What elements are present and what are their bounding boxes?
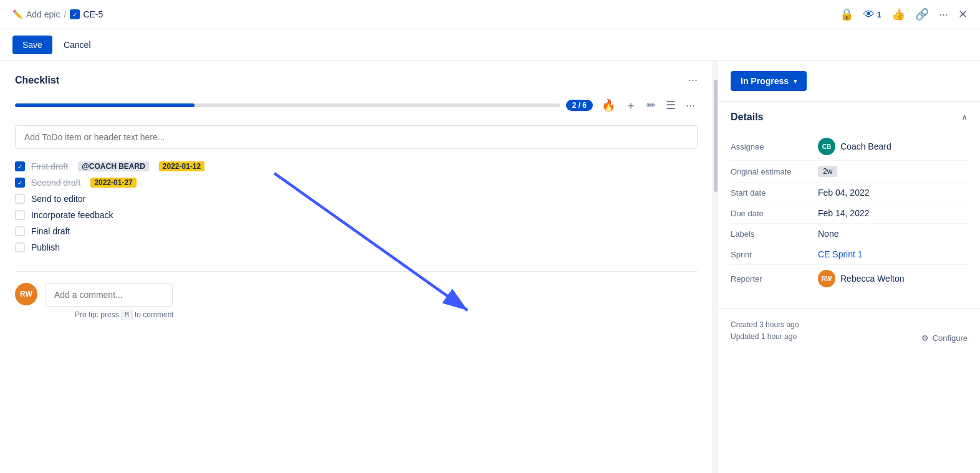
checkbox-2[interactable]: ✓	[15, 178, 25, 188]
details-section: Details ∧ Assignee CB Coach Beard Origin…	[718, 101, 980, 302]
item-text-6: Publish	[31, 242, 60, 252]
checklist-item: ✓ Second draft 2022-01-27	[15, 178, 698, 188]
right-panel: In Progress ▾ Details ∧ Assignee CB Coac…	[718, 61, 980, 473]
save-button[interactable]: Save	[12, 36, 52, 54]
meta-times: Created 3 hours ago Updated 1 hour ago	[731, 319, 799, 343]
comment-input[interactable]	[45, 283, 173, 307]
top-bar-actions: 🔒 👁 1 👍 🔗 ··· ✕	[840, 7, 968, 21]
top-bar: ✏️ Add epic / ✓ CE-5 🔒 👁 1 👍 🔗 ··· ✕	[0, 0, 980, 29]
ticket-id-breadcrumb[interactable]: ✓ CE-5	[70, 9, 103, 19]
checklist-items: ✓ First draft @COACH BEARD 2022-01-12	[15, 161, 698, 252]
assignee-name: Coach Beard	[840, 141, 891, 151]
details-title: Details	[731, 112, 763, 123]
progress-bar-fill	[15, 103, 195, 107]
add-item-button[interactable]: ＋	[623, 95, 639, 115]
close-button[interactable]: ✕	[958, 7, 968, 21]
assignee-avatar: CB	[818, 138, 835, 155]
emoji-button[interactable]: 🔥	[599, 96, 618, 115]
pro-tip: Pro tip: press M to comment	[75, 310, 698, 319]
configure-button[interactable]: ⚙ Configure	[921, 333, 968, 343]
checklist-header: Checklist ···	[15, 74, 698, 87]
checkbox-6[interactable]	[15, 242, 25, 252]
estimate-label: Original estimate	[731, 167, 818, 176]
comment-area: RW Pro tip: press M to comment	[15, 271, 698, 319]
item-text-3: Send to editor	[31, 194, 85, 204]
labels-label: Labels	[731, 229, 818, 239]
sprint-label: Sprint	[731, 250, 818, 259]
pro-tip-key: M	[121, 310, 133, 320]
reporter-name: Rebecca Welton	[840, 274, 904, 284]
checklist-item: ✓ First draft @COACH BEARD 2022-01-12	[15, 161, 698, 171]
configure-label: Configure	[933, 333, 968, 343]
checklist-actions: 🔥 ＋ ✏ ☰ ···	[599, 95, 698, 115]
cancel-button[interactable]: Cancel	[59, 36, 96, 54]
start-date-label: Start date	[731, 188, 818, 198]
status-bar: In Progress ▾	[718, 61, 980, 101]
more-actions-button[interactable]: ···	[683, 97, 698, 115]
checkbox-4[interactable]	[15, 210, 25, 220]
reporter-row: Reporter RW Rebecca Welton	[731, 265, 968, 292]
pencil-icon: ✏️	[12, 9, 23, 19]
item-text-2: Second draft	[31, 178, 80, 188]
start-date-value: Feb 04, 2022	[818, 188, 870, 198]
collapse-details-button[interactable]: ∧	[961, 112, 968, 122]
start-date-row: Start date Feb 04, 2022	[731, 183, 968, 203]
assignee-value: CB Coach Beard	[818, 138, 891, 155]
status-label: In Progress	[741, 76, 789, 86]
watch-button[interactable]: 👁 1	[863, 8, 882, 21]
reporter-avatar: RW	[818, 270, 835, 287]
progress-badge: 2 / 6	[566, 100, 593, 111]
eye-icon: 👁	[863, 8, 875, 21]
item-text-5: Final draft	[31, 226, 70, 236]
main-layout: Checklist ··· 2 / 6 🔥 ＋ ✏ ☰ ···	[0, 61, 980, 473]
thumbsup-button[interactable]: 👍	[891, 7, 905, 21]
ticket-id-label: CE-5	[83, 9, 103, 19]
checkbox-3[interactable]	[15, 194, 25, 204]
due-date-label: Due date	[731, 209, 818, 218]
item-text-1: First draft	[31, 161, 68, 171]
labels-value: None	[818, 229, 838, 239]
estimate-row: Original estimate 2w	[731, 161, 968, 183]
more-button[interactable]: ···	[939, 8, 948, 21]
commenter-avatar: RW	[15, 283, 37, 305]
checkbox-1[interactable]: ✓	[15, 161, 25, 171]
scroll-thumb[interactable]	[714, 80, 718, 192]
add-epic-link[interactable]: ✏️ Add epic	[12, 9, 60, 19]
checklist-item: Send to editor	[15, 194, 698, 204]
due-date-row: Due date Feb 14, 2022	[731, 203, 968, 224]
checkbox-5[interactable]	[15, 226, 25, 236]
pro-tip-text: Pro tip: press	[75, 310, 119, 319]
chevron-down-icon: ▾	[794, 78, 797, 85]
add-todo-input[interactable]	[15, 125, 698, 149]
share-button[interactable]: 🔗	[915, 7, 929, 21]
estimate-value: 2w	[818, 166, 837, 177]
filter-button[interactable]: ☰	[663, 96, 678, 115]
assignee-label: Assignee	[731, 142, 818, 151]
labels-text: None	[818, 229, 838, 239]
mention-tag-1: @COACH BEARD	[78, 161, 149, 171]
ticket-checkbox-icon: ✓	[70, 9, 80, 19]
reporter-value: RW Rebecca Welton	[818, 270, 904, 287]
scrollbar[interactable]	[713, 61, 718, 473]
labels-row: Labels None	[731, 224, 968, 244]
item-text-4: Incorporate feedback	[31, 210, 113, 220]
sprint-link[interactable]: CE Sprint 1	[818, 249, 863, 259]
breadcrumb: ✏️ Add epic / ✓ CE-5	[12, 9, 103, 19]
arrow-annotation	[218, 161, 530, 348]
checklist-item: Final draft	[15, 226, 698, 236]
checklist-item: Incorporate feedback	[15, 210, 698, 220]
gear-icon: ⚙	[921, 333, 929, 343]
date-tag-2: 2022-01-27	[90, 178, 136, 188]
sprint-row: Sprint CE Sprint 1	[731, 244, 968, 265]
lock-button[interactable]: 🔒	[840, 7, 853, 21]
status-button[interactable]: In Progress ▾	[731, 71, 807, 91]
edit-button[interactable]: ✏	[644, 96, 658, 115]
left-panel: Checklist ··· 2 / 6 🔥 ＋ ✏ ☰ ···	[0, 61, 713, 473]
due-date-value: Feb 14, 2022	[818, 208, 870, 218]
pro-tip-suffix: to comment	[135, 310, 174, 319]
assignee-row: Assignee CB Coach Beard	[731, 133, 968, 161]
footer-meta: Created 3 hours ago Updated 1 hour ago ⚙…	[718, 308, 980, 353]
checklist-title: Checklist	[15, 75, 59, 86]
checklist-menu-button[interactable]: ···	[688, 74, 698, 87]
reporter-label: Reporter	[731, 274, 818, 284]
